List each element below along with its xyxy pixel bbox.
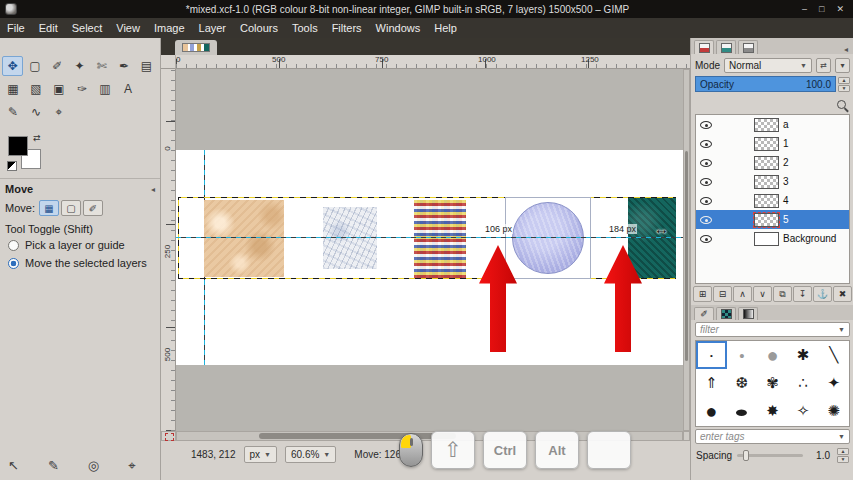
brush-item[interactable]: ✸: [757, 397, 788, 425]
move-path-button[interactable]: ✐: [83, 200, 103, 216]
pointer-icon[interactable]: ↖: [8, 458, 19, 474]
brush-item[interactable]: ∴: [788, 369, 819, 397]
move-layer-button[interactable]: ▦: [39, 200, 59, 216]
gradient-tool-icon[interactable]: ▧: [25, 79, 47, 99]
free-select-tool-icon[interactable]: ✐: [47, 56, 68, 76]
ink-tool-icon[interactable]: ✑: [71, 79, 93, 99]
menu-image[interactable]: Image: [147, 18, 192, 38]
spacing-slider[interactable]: [737, 454, 803, 457]
navigation-corner-button[interactable]: [683, 431, 690, 441]
tab-list-chevron[interactable]: ◂: [841, 45, 851, 54]
brush-item[interactable]: ╲: [818, 341, 849, 369]
move-tool-icon[interactable]: ✥: [2, 56, 23, 76]
image-tab[interactable]: [175, 40, 217, 55]
opacity-slider[interactable]: Opacity 100.0: [695, 76, 836, 92]
canvas-viewport[interactable]: 106 px 184 px ↔: [176, 69, 683, 431]
visibility-eye-icon[interactable]: [700, 216, 712, 224]
text-tool-icon[interactable]: A: [117, 79, 139, 99]
panel-menu-icon[interactable]: ◂: [151, 185, 155, 194]
visibility-eye-icon[interactable]: [700, 197, 712, 205]
new-group-button[interactable]: ⊟: [713, 286, 732, 302]
radio-option[interactable]: Move the selected layers: [0, 254, 160, 272]
visibility-eye-icon[interactable]: [700, 140, 712, 148]
brush-item[interactable]: ✦: [818, 369, 849, 397]
horizontal-guide[interactable]: [176, 237, 683, 238]
rectangle-select-tool-icon[interactable]: ▢: [24, 56, 45, 76]
dock-tab-layers[interactable]: [694, 40, 714, 54]
raise-layer-button[interactable]: ∧: [733, 286, 752, 302]
dock-tab-paths[interactable]: [738, 40, 758, 54]
dock-tab-brushes[interactable]: ✐: [694, 307, 714, 320]
close-button[interactable]: ✕: [836, 4, 844, 14]
visibility-eye-icon[interactable]: [700, 121, 712, 129]
tags-input[interactable]: enter tags ▼: [695, 429, 850, 444]
spin-down-button[interactable]: ▼: [837, 456, 849, 463]
brush-item[interactable]: ✧: [788, 397, 819, 425]
menu-filters[interactable]: Filters: [325, 18, 369, 38]
pen-icon[interactable]: ✎: [48, 458, 59, 474]
spin-up-button[interactable]: ▲: [837, 448, 849, 455]
default-colors-icon[interactable]: [7, 161, 17, 171]
zoom-select[interactable]: 60.6% ▼: [285, 446, 336, 463]
brush-item[interactable]: ●: [727, 397, 758, 425]
crop-tool-icon[interactable]: ✄: [91, 56, 112, 76]
mode-group-switch-button[interactable]: ⇄: [816, 58, 831, 73]
lower-layer-button[interactable]: ∨: [753, 286, 772, 302]
menu-select[interactable]: Select: [65, 18, 110, 38]
visibility-eye-icon[interactable]: [700, 178, 712, 186]
spacing-slider-handle[interactable]: [743, 450, 749, 461]
brush-item[interactable]: ❆: [727, 369, 758, 397]
menu-layer[interactable]: Layer: [192, 18, 234, 38]
unit-select[interactable]: px ▼: [244, 446, 278, 463]
menu-view[interactable]: View: [109, 18, 147, 38]
vertical-scrollbar-thumb[interactable]: [685, 151, 688, 361]
dock-tab-fonts[interactable]: [738, 307, 758, 320]
zoom-tool-icon[interactable]: ⌖: [48, 102, 70, 122]
transform-tool-icon[interactable]: ▦: [2, 79, 24, 99]
fuzzy-select-tool-icon[interactable]: ✦: [69, 56, 90, 76]
anchor-layer-button[interactable]: ⚓: [813, 286, 832, 302]
target-icon[interactable]: ◎: [88, 458, 99, 474]
brush-item[interactable]: ✱: [788, 341, 819, 369]
foreground-color-swatch[interactable]: [8, 136, 28, 156]
layer-row-5[interactable]: 5: [696, 210, 849, 229]
search-icon[interactable]: [837, 100, 846, 109]
horizontal-ruler[interactable]: 25050075010001250: [176, 55, 690, 69]
menu-help[interactable]: Help: [427, 18, 464, 38]
duplicate-layer-button[interactable]: ⧉: [773, 286, 792, 302]
radio-option[interactable]: Pick a layer or guide: [0, 236, 160, 254]
mode-select[interactable]: Normal ▼: [724, 58, 812, 73]
visibility-eye-icon[interactable]: [700, 159, 712, 167]
layer-row-a[interactable]: a: [696, 115, 849, 134]
brush-item[interactable]: •: [727, 341, 758, 369]
layer-row-4[interactable]: 4: [696, 191, 849, 210]
brush-item[interactable]: ✺: [818, 397, 849, 425]
brush-item[interactable]: ●: [757, 341, 788, 369]
spin-down-button[interactable]: ▼: [838, 85, 850, 92]
quick-mask-toggle[interactable]: [161, 431, 176, 441]
brush-item[interactable]: ✾: [757, 369, 788, 397]
maximize-button[interactable]: □: [819, 4, 824, 14]
spin-up-button[interactable]: ▲: [838, 77, 850, 84]
dock-tab-channels[interactable]: [716, 40, 736, 54]
paths-tool-icon[interactable]: ✎: [2, 102, 24, 122]
smudge-tool-icon[interactable]: ∿: [25, 102, 47, 122]
minimize-button[interactable]: –: [802, 4, 807, 14]
mode-menu-button[interactable]: ▾: [835, 58, 850, 73]
merge-down-button[interactable]: ↧: [793, 286, 812, 302]
bucket-fill-tool-icon[interactable]: ▣: [48, 79, 70, 99]
measure-tool-icon[interactable]: ▤: [136, 56, 157, 76]
layer-row-background[interactable]: Background: [696, 229, 849, 248]
menu-colours[interactable]: Colours: [233, 18, 285, 38]
ruler-corner[interactable]: [161, 55, 176, 69]
color-picker-tool-icon[interactable]: ✒: [113, 56, 134, 76]
layer-row-1[interactable]: 1: [696, 134, 849, 153]
menu-edit[interactable]: Edit: [32, 18, 65, 38]
vertical-ruler[interactable]: 0250500: [161, 69, 176, 431]
menu-windows[interactable]: Windows: [369, 18, 428, 38]
move-selection-button[interactable]: ▢: [61, 200, 81, 216]
magnifier-icon[interactable]: ⌖: [128, 458, 135, 474]
menu-tools[interactable]: Tools: [285, 18, 325, 38]
vertical-scrollbar[interactable]: [683, 69, 690, 431]
menu-file[interactable]: File: [0, 18, 32, 38]
